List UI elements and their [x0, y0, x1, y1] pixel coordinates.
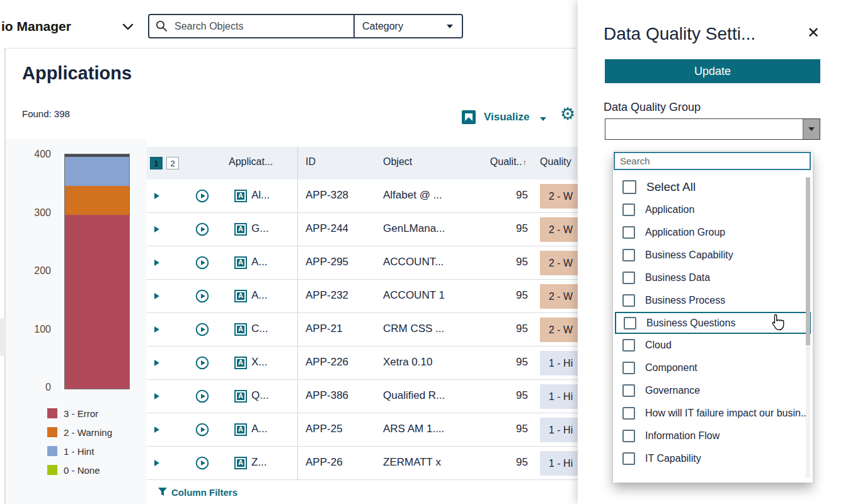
row-expander-icon[interactable]	[154, 460, 159, 466]
quality-score: 95	[487, 256, 528, 268]
checkbox[interactable]	[622, 362, 635, 374]
application-icon: A	[234, 256, 247, 269]
checkbox[interactable]	[622, 272, 635, 284]
data-quality-settings-panel: Data Quality Setti... ✕ Update Data Qual…	[578, 0, 848, 504]
row-expander-icon[interactable]	[154, 260, 159, 266]
checkbox[interactable]	[622, 294, 635, 307]
legend-swatch	[47, 408, 57, 418]
dropdown-option[interactable]: Governance	[613, 379, 813, 402]
row-expander-icon[interactable]	[154, 427, 159, 433]
legend-item: 0 - None	[47, 461, 112, 479]
checkbox[interactable]	[622, 203, 635, 216]
dropdown-option[interactable]: Select All	[613, 176, 813, 198]
play-icon[interactable]	[195, 423, 209, 437]
visualize-button[interactable]: Visualize	[484, 111, 529, 123]
column-header-id[interactable]: ID	[306, 156, 316, 168]
quality-score: 95	[487, 389, 528, 402]
play-icon[interactable]	[195, 456, 209, 470]
application-name[interactable]: Z...	[251, 456, 297, 469]
row-expander-icon[interactable]	[154, 326, 159, 333]
app-title[interactable]: io Manager	[1, 19, 71, 34]
application-name[interactable]: C...	[251, 323, 297, 335]
application-name[interactable]: Al...	[251, 189, 297, 202]
dropdown-option[interactable]: Application	[613, 198, 813, 221]
application-id: APP-226	[306, 356, 348, 369]
frozen-columns-chip-1[interactable]: 1	[150, 157, 163, 169]
checkbox[interactable]	[622, 249, 635, 261]
legend-swatch	[47, 465, 57, 475]
play-icon[interactable]	[195, 189, 209, 203]
dropdown-search-input[interactable]	[614, 152, 811, 170]
row-expander-icon[interactable]	[154, 360, 159, 366]
row-expander-icon[interactable]	[154, 393, 159, 399]
row-expander-icon[interactable]	[154, 293, 159, 299]
play-icon[interactable]	[195, 256, 209, 270]
y-axis-tick-label: 100	[22, 324, 51, 335]
application-name[interactable]: X...	[251, 356, 297, 369]
bar-segment-2-warning[interactable]	[65, 186, 129, 215]
dropdown-option[interactable]: Information Flow	[613, 425, 813, 447]
checkbox[interactable]	[622, 384, 635, 397]
frozen-column-divider	[297, 147, 298, 480]
stacked-bar[interactable]	[65, 156, 129, 389]
category-dropdown[interactable]: Category	[355, 15, 462, 37]
search-box[interactable]	[149, 15, 353, 37]
application-icon: A	[234, 223, 247, 236]
bar-segment-1-hint[interactable]	[65, 157, 129, 186]
application-icon: A	[234, 457, 247, 469]
checkbox[interactable]	[624, 317, 636, 329]
select-caret-button[interactable]	[803, 119, 820, 139]
column-header-quality-score[interactable]: Qualit..↑	[462, 156, 527, 168]
bar-segment-3-error[interactable]	[65, 215, 129, 389]
dropdown-scrollbar-thumb[interactable]	[806, 178, 810, 345]
application-id: APP-328	[306, 189, 348, 202]
play-icon[interactable]	[195, 389, 209, 403]
dropdown-option[interactable]: Business Process	[613, 289, 813, 312]
columns-chip-2[interactable]: 2	[166, 157, 179, 169]
data-quality-group-select[interactable]	[605, 118, 820, 140]
option-label: Governance	[645, 385, 700, 396]
row-expander-icon[interactable]	[154, 226, 159, 232]
dropdown-option[interactable]: Component	[613, 357, 813, 379]
column-header-quality[interactable]: Quality	[540, 156, 571, 168]
gear-icon[interactable]: ⚙	[560, 106, 575, 123]
application-name[interactable]: G...	[251, 222, 297, 235]
checkbox[interactable]	[622, 339, 635, 352]
column-header-object[interactable]: Object	[383, 156, 412, 168]
application-name[interactable]: A...	[251, 423, 297, 435]
row-expander-icon[interactable]	[154, 193, 159, 199]
application-id: APP-25	[306, 423, 343, 435]
dropdown-option[interactable]: Business Capability	[613, 244, 813, 266]
checkbox[interactable]	[622, 226, 635, 239]
play-icon[interactable]	[195, 222, 209, 236]
legend-label: 0 - None	[64, 465, 100, 476]
update-button[interactable]: Update	[605, 59, 820, 83]
dropdown-option[interactable]: Cloud	[613, 334, 813, 357]
dropdown-option[interactable]: IT Capability	[613, 447, 813, 470]
application-name[interactable]: A...	[251, 289, 297, 302]
column-header-application[interactable]: Applicat...	[229, 156, 273, 168]
dropdown-option[interactable]: Business Data	[613, 266, 813, 289]
play-icon[interactable]	[195, 289, 209, 303]
play-icon[interactable]	[195, 356, 209, 370]
quality-score: 95	[487, 323, 528, 335]
checkbox[interactable]	[622, 180, 636, 194]
application-icon: A	[234, 357, 247, 369]
visualize-icon[interactable]	[462, 110, 476, 124]
dropdown-option[interactable]: Application Group	[613, 221, 813, 244]
application-name[interactable]: A...	[251, 256, 297, 268]
object-name: ZERMATT x	[383, 456, 485, 469]
chevron-down-icon[interactable]	[122, 23, 134, 30]
close-icon[interactable]: ✕	[807, 24, 820, 42]
checkbox[interactable]	[622, 452, 635, 465]
quality-score: 95	[487, 189, 528, 202]
sidebar-splitter-handle[interactable]	[0, 318, 5, 356]
search-input[interactable]	[173, 20, 327, 33]
checkbox[interactable]	[622, 407, 635, 420]
application-name[interactable]: Q...	[251, 389, 297, 402]
play-icon[interactable]	[195, 323, 209, 336]
application-id: APP-244	[306, 222, 348, 235]
dropdown-option[interactable]: How will IT failure impact our busin...	[613, 402, 813, 425]
column-filters-button[interactable]: Column Filters	[171, 487, 238, 498]
checkbox[interactable]	[622, 430, 635, 442]
